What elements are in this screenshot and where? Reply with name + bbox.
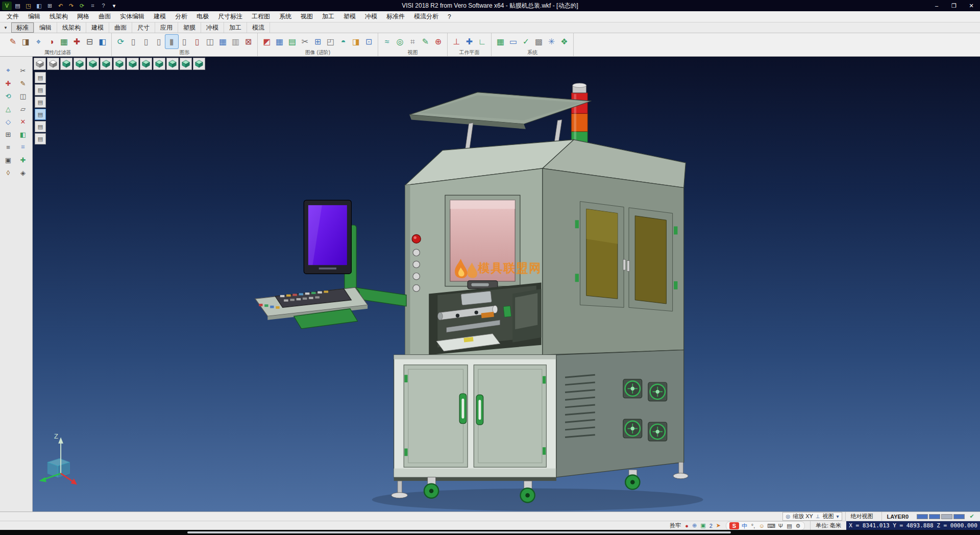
- view-iso2-button[interactable]: [153, 58, 165, 70]
- menu-item[interactable]: 网格: [72, 11, 94, 22]
- gem-icon[interactable]: ◊: [2, 167, 14, 178]
- layer-seg-4[interactable]: [953, 514, 965, 519]
- record-dot-icon[interactable]: ●: [685, 523, 689, 529]
- ribbon-tab[interactable]: 尺寸: [132, 22, 155, 33]
- plane-cross-icon[interactable]: ✚: [463, 35, 476, 48]
- view-custom-button[interactable]: [193, 58, 205, 70]
- emoji-icon[interactable]: ☺: [758, 522, 765, 529]
- lang-zh-icon[interactable]: 中: [741, 522, 748, 529]
- facet-icon[interactable]: ◈: [17, 167, 29, 178]
- view-grid-icon[interactable]: ⌗: [406, 35, 419, 48]
- refresh-view-icon[interactable]: ⟳: [114, 35, 127, 48]
- image-add-icon[interactable]: ⊞: [311, 35, 324, 48]
- plane-icon[interactable]: ▱: [17, 103, 29, 114]
- highlight-icon[interactable]: ▯: [191, 35, 204, 48]
- menu-item[interactable]: 实体编辑: [115, 11, 149, 22]
- ribbon-tab[interactable]: 建模: [86, 22, 109, 33]
- half-shade-icon[interactable]: ◧: [17, 129, 29, 140]
- image-shade-icon[interactable]: ◨: [350, 35, 362, 48]
- redo-icon[interactable]: ↷: [66, 2, 76, 10]
- ribbon-tab[interactable]: 冲模: [201, 22, 224, 33]
- layer-seg-3[interactable]: [941, 514, 952, 519]
- image-box-icon[interactable]: ⊡: [362, 35, 375, 48]
- filter-select-icon[interactable]: ◧: [96, 35, 109, 48]
- view-button[interactable]: 视图: [823, 513, 834, 520]
- menu-item[interactable]: 编辑: [23, 11, 45, 22]
- delete-icon[interactable]: ✕: [17, 116, 29, 127]
- clipboard-button-6[interactable]: ▤: [35, 133, 46, 144]
- system-pattern-icon[interactable]: ▩: [532, 35, 545, 48]
- triangle-icon[interactable]: △: [2, 103, 14, 114]
- view-window-button[interactable]: [34, 58, 46, 70]
- print-icon[interactable]: ⊞: [45, 2, 55, 10]
- filter-add-icon[interactable]: ✚: [70, 35, 83, 48]
- mic-icon[interactable]: Ψ: [777, 522, 784, 529]
- system-check-icon[interactable]: ✓: [520, 35, 532, 48]
- layer-seg-2[interactable]: [929, 514, 940, 519]
- view-iso-button[interactable]: [60, 58, 72, 70]
- ribbon-tab[interactable]: 应用: [155, 22, 178, 33]
- ribbon-tab[interactable]: 编辑: [34, 22, 57, 33]
- menu-item[interactable]: 尺寸标注: [213, 11, 247, 22]
- sketch-icon[interactable]: ✎: [17, 78, 29, 89]
- tab-dropdown-icon[interactable]: ▼: [0, 22, 11, 33]
- rotate-icon[interactable]: ⟲: [2, 90, 14, 102]
- view-dimetric-button[interactable]: [166, 58, 179, 70]
- grid-icon[interactable]: ⊞: [2, 129, 14, 140]
- diamond-icon[interactable]: ◇: [2, 116, 14, 127]
- new-file-icon[interactable]: ▤: [13, 2, 22, 10]
- ribbon-tab[interactable]: 曲面: [109, 22, 132, 33]
- sogou-icon[interactable]: S: [729, 522, 739, 529]
- ribbon-tab[interactable]: 标准: [11, 22, 34, 33]
- viewport-3d[interactable]: ▤▤▤▤▤▤ Z 模具联盟网: [33, 57, 980, 512]
- hidden-line-icon[interactable]: ▯: [153, 35, 165, 48]
- plus-icon[interactable]: ✚: [17, 154, 29, 165]
- view-back-button[interactable]: [87, 58, 99, 70]
- menu-item[interactable]: 工程图: [247, 11, 275, 22]
- clipboard-button-2[interactable]: ▤: [35, 84, 46, 95]
- zoom-xy-button[interactable]: 缩放 XY: [793, 513, 813, 520]
- system-monitor-icon[interactable]: ▭: [507, 35, 520, 48]
- menu-item[interactable]: 塑模: [339, 11, 360, 22]
- menu-item[interactable]: 线架构: [45, 11, 72, 22]
- globe-icon[interactable]: ⊕: [692, 522, 697, 529]
- close-graphics-icon[interactable]: ⊠: [242, 35, 255, 48]
- status-ok-icon[interactable]: ✔: [968, 513, 976, 520]
- shaded-icon[interactable]: ▯: [140, 35, 153, 48]
- image-table-icon[interactable]: ▤: [286, 35, 299, 48]
- menu-item[interactable]: 电极: [192, 11, 213, 22]
- launcher-icon[interactable]: ➤: [716, 522, 721, 529]
- view-top-button[interactable]: [127, 58, 139, 70]
- pair-view-icon[interactable]: ◫: [204, 35, 216, 48]
- undo-icon[interactable]: ↶: [56, 2, 65, 10]
- menu-item[interactable]: 加工: [317, 11, 339, 22]
- ribbon-tab[interactable]: 线架构: [57, 22, 86, 33]
- clipboard-button-3[interactable]: ▤: [35, 96, 46, 108]
- taskbar-handle[interactable]: [187, 531, 731, 533]
- view-add-icon[interactable]: ⊕: [432, 35, 445, 48]
- view-bottom-button[interactable]: [140, 58, 152, 70]
- trim-icon[interactable]: ✂: [17, 65, 29, 76]
- view-mode-label[interactable]: 绝对视图: [845, 512, 878, 521]
- qat-more-icon[interactable]: ▾: [109, 2, 119, 10]
- ribbon-tab[interactable]: 塑膜: [178, 22, 201, 33]
- menu-item[interactable]: ?: [443, 11, 456, 22]
- open-file-icon[interactable]: ◳: [23, 2, 33, 10]
- menu-item[interactable]: 分析: [170, 11, 192, 22]
- solid-icon[interactable]: ▣: [2, 154, 14, 165]
- view-trimetric-button[interactable]: [180, 58, 192, 70]
- snap-lock-label[interactable]: 拴牢: [666, 522, 685, 529]
- hash-icon[interactable]: ⌗: [17, 141, 29, 153]
- plane-angle-icon[interactable]: ∟: [476, 35, 488, 48]
- filter-grid-icon[interactable]: ▦: [58, 35, 70, 48]
- refresh-icon[interactable]: ⟳: [77, 2, 87, 10]
- system-grid-icon[interactable]: ▦: [494, 35, 507, 48]
- mirror-icon[interactable]: ◫: [17, 90, 29, 102]
- image-cut-icon[interactable]: ✂: [299, 35, 311, 48]
- save-icon[interactable]: ◧: [34, 2, 44, 10]
- window-status-icon[interactable]: ▣: [700, 522, 705, 529]
- clipboard-button-5[interactable]: ▤: [35, 121, 46, 132]
- machine-3d-model[interactable]: [33, 57, 980, 512]
- toolbox-icon[interactable]: ▤: [786, 522, 793, 529]
- menu-item[interactable]: 文件: [2, 11, 23, 22]
